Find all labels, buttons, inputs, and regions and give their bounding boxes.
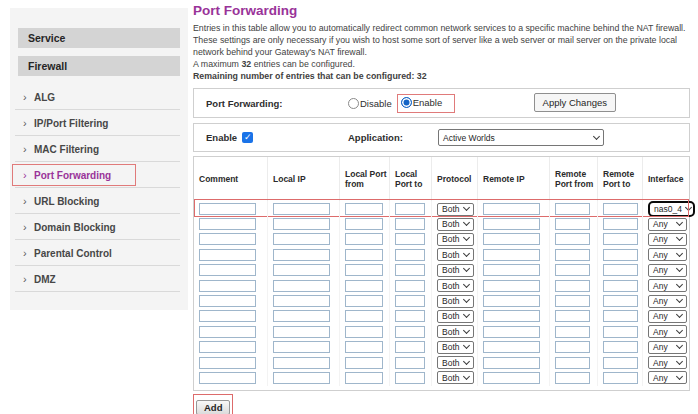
comment-input[interactable] [199, 310, 256, 322]
local-ip-input[interactable] [273, 341, 330, 353]
add-button[interactable]: Add [196, 400, 230, 414]
local-port-to-input[interactable] [395, 203, 425, 215]
apply-changes-button[interactable]: Apply Changes [534, 93, 616, 112]
sidebar-item-dmz[interactable]: ›DMZ [10, 266, 188, 292]
local-ip-input[interactable] [273, 280, 330, 292]
remote-port-from-input[interactable] [555, 249, 590, 261]
local-port-to-input[interactable] [395, 372, 425, 384]
local-port-from-input[interactable] [345, 264, 383, 276]
remote-ip-input[interactable] [483, 295, 540, 307]
remote-ip-input[interactable] [483, 372, 540, 384]
remote-port-from-input[interactable] [555, 310, 590, 322]
protocol-select[interactable]: Both [437, 203, 474, 216]
interface-select[interactable]: Any [648, 310, 687, 323]
remote-port-to-input[interactable] [603, 203, 638, 215]
remote-port-to-input[interactable] [603, 341, 638, 353]
remote-port-to-input[interactable] [603, 310, 638, 322]
local-port-from-input[interactable] [345, 218, 383, 230]
interface-select[interactable]: Any [648, 279, 687, 292]
protocol-select[interactable]: Both [437, 371, 474, 384]
protocol-select[interactable]: Both [437, 325, 474, 338]
local-ip-input[interactable] [273, 372, 330, 384]
comment-input[interactable] [199, 249, 256, 261]
remote-port-from-input[interactable] [555, 233, 590, 245]
local-port-to-input[interactable] [395, 310, 425, 322]
interface-select[interactable]: Any [648, 325, 687, 338]
local-ip-input[interactable] [273, 310, 330, 322]
remote-port-from-input[interactable] [555, 357, 590, 369]
remote-port-to-input[interactable] [603, 357, 638, 369]
remote-port-to-input[interactable] [603, 264, 638, 276]
interface-select[interactable]: Any [648, 248, 687, 261]
local-port-to-input[interactable] [395, 218, 425, 230]
local-port-to-input[interactable] [395, 341, 425, 353]
remote-ip-input[interactable] [483, 233, 540, 245]
comment-input[interactable] [199, 372, 256, 384]
remote-port-from-input[interactable] [555, 372, 590, 384]
sidebar-section-firewall[interactable]: Firewall [18, 56, 180, 76]
local-ip-input[interactable] [273, 264, 330, 276]
remote-ip-input[interactable] [483, 264, 540, 276]
comment-input[interactable] [199, 341, 256, 353]
local-port-from-input[interactable] [345, 372, 383, 384]
local-ip-input[interactable] [273, 326, 330, 338]
local-port-from-input[interactable] [345, 233, 383, 245]
remote-port-to-input[interactable] [603, 233, 638, 245]
remote-ip-input[interactable] [483, 203, 540, 215]
local-ip-input[interactable] [273, 249, 330, 261]
comment-input[interactable] [199, 280, 256, 292]
remote-ip-input[interactable] [483, 341, 540, 353]
protocol-select[interactable]: Both [437, 233, 474, 246]
protocol-select[interactable]: Both [437, 279, 474, 292]
sidebar-item-mac-filtering[interactable]: ›MAC Filtering [10, 136, 188, 162]
protocol-select[interactable]: Both [437, 264, 474, 277]
radio-icon[interactable] [348, 98, 359, 109]
enable-checkbox-row[interactable]: Enable ✓ [206, 132, 253, 143]
local-port-from-input[interactable] [345, 280, 383, 292]
interface-select[interactable]: nas0_4 [648, 201, 695, 217]
remote-ip-input[interactable] [483, 218, 540, 230]
remote-port-from-input[interactable] [555, 264, 590, 276]
sidebar-item-url-blocking[interactable]: ›URL Blocking [10, 188, 188, 214]
protocol-select[interactable]: Both [437, 218, 474, 231]
local-port-from-input[interactable] [345, 357, 383, 369]
interface-select[interactable]: Any [648, 264, 687, 277]
protocol-select[interactable]: Both [437, 295, 474, 308]
local-ip-input[interactable] [273, 357, 330, 369]
remote-port-to-input[interactable] [603, 326, 638, 338]
remote-ip-input[interactable] [483, 326, 540, 338]
local-port-to-input[interactable] [395, 357, 425, 369]
local-ip-input[interactable] [273, 233, 330, 245]
remote-port-to-input[interactable] [603, 280, 638, 292]
remote-ip-input[interactable] [483, 357, 540, 369]
interface-select[interactable]: Any [648, 356, 687, 369]
protocol-select[interactable]: Both [437, 248, 474, 261]
remote-ip-input[interactable] [483, 249, 540, 261]
local-port-to-input[interactable] [395, 233, 425, 245]
remote-port-from-input[interactable] [555, 218, 590, 230]
protocol-select[interactable]: Both [437, 341, 474, 354]
remote-ip-input[interactable] [483, 310, 540, 322]
local-ip-input[interactable] [273, 295, 330, 307]
interface-select[interactable]: Any [648, 218, 687, 231]
sidebar-item-port-forwarding[interactable]: ›Port Forwarding [10, 162, 188, 188]
remote-port-to-input[interactable] [603, 372, 638, 384]
remote-port-to-input[interactable] [603, 295, 638, 307]
disable-radio[interactable]: Disable [348, 98, 392, 109]
comment-input[interactable] [199, 326, 256, 338]
local-port-to-input[interactable] [395, 264, 425, 276]
sidebar-item-alg[interactable]: ›ALG [10, 84, 188, 110]
comment-input[interactable] [199, 295, 256, 307]
comment-input[interactable] [199, 264, 256, 276]
local-port-to-input[interactable] [395, 280, 425, 292]
local-port-from-input[interactable] [345, 203, 383, 215]
local-port-from-input[interactable] [345, 341, 383, 353]
remote-port-to-input[interactable] [603, 249, 638, 261]
interface-select[interactable]: Any [648, 233, 687, 246]
remote-port-from-input[interactable] [555, 295, 590, 307]
sidebar-item-parental-control[interactable]: ›Parental Control [10, 240, 188, 266]
interface-select[interactable]: Any [648, 295, 687, 308]
local-port-from-input[interactable] [345, 295, 383, 307]
radio-checked-icon[interactable] [401, 97, 412, 108]
sidebar-item-domain-blocking[interactable]: ›Domain Blocking [10, 214, 188, 240]
